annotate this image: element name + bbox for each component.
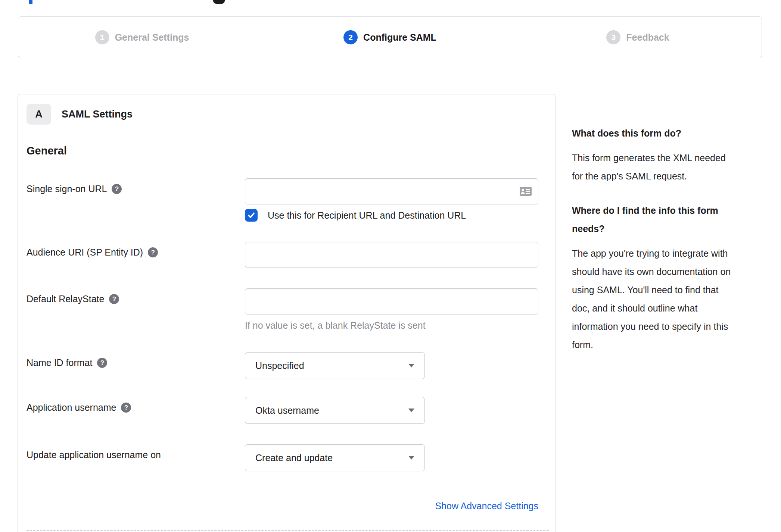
show-advanced-settings-link[interactable]: Show Advanced Settings <box>435 501 538 511</box>
section-divider <box>27 530 549 531</box>
form-row-name-id-format: Name ID format ? Unspecified <box>27 352 548 379</box>
audience-uri-input[interactable] <box>245 242 538 268</box>
help-icon[interactable]: ? <box>112 184 122 194</box>
form-row-audience-uri: Audience URI (SP Entity ID) ? <box>27 242 548 268</box>
field-label: Audience URI (SP Entity ID) <box>27 247 143 258</box>
sidebar-body-text: The app you're trying to integrate with … <box>572 244 760 354</box>
recipient-url-checkbox[interactable] <box>245 209 258 222</box>
checkmark-icon <box>247 211 256 220</box>
form-row-update-application-username: Update application username on Create an… <box>27 444 548 471</box>
sidebar-section: What does this form do? This form genera… <box>572 124 760 185</box>
step-label: General Settings <box>115 32 189 43</box>
update-app-username-select[interactable]: Create and update <box>245 444 425 471</box>
help-icon[interactable]: ? <box>148 247 158 257</box>
cut-off-logo-fragment-icon <box>213 0 225 4</box>
field-label: Application username <box>27 402 116 413</box>
step-label: Configure SAML <box>363 32 436 43</box>
sidebar-heading: What does this form do? <box>572 124 760 143</box>
dropdown-arrow-icon <box>408 364 414 367</box>
step-feedback[interactable]: 3 Feedback <box>514 17 762 58</box>
name-id-format-select[interactable]: Unspecified <box>245 352 425 379</box>
field-label: Default RelayState <box>27 294 104 304</box>
sidebar-section: Where do I find the info this form needs… <box>572 201 760 354</box>
relaystate-helper-text: If no value is set, a blank RelayState i… <box>245 320 538 331</box>
field-label: Update application username on <box>27 450 161 460</box>
panel-title: SAML Settings <box>62 109 133 120</box>
field-label: Single sign-on URL <box>27 184 107 194</box>
sidebar-heading: Where do I find the info this form needs… <box>572 201 760 238</box>
help-sidebar: What does this form do? This form genera… <box>572 124 760 370</box>
sidebar-body-text: This form generates the XML needed for t… <box>572 149 760 185</box>
dropdown-arrow-icon <box>408 456 414 460</box>
field-label: Name ID format <box>27 357 92 368</box>
selected-value: Okta username <box>255 405 319 416</box>
contact-card-icon <box>519 187 532 196</box>
form-row-default-relaystate: Default RelayState ? If no value is set,… <box>27 288 548 331</box>
section-a-badge: A <box>27 104 51 125</box>
step-label: Feedback <box>626 32 669 43</box>
panel-header: A SAML Settings <box>27 104 548 125</box>
step-number-badge: 1 <box>95 30 109 44</box>
selected-value: Unspecified <box>255 360 304 371</box>
wizard-stepper: 1 General Settings 2 Configure SAML 3 Fe… <box>18 16 762 58</box>
help-icon[interactable]: ? <box>97 358 107 368</box>
help-icon[interactable]: ? <box>109 294 119 304</box>
form-row-single-sign-on-url: Single sign-on URL ? <box>27 178 548 222</box>
cut-off-tab-indicator <box>29 0 32 4</box>
dropdown-arrow-icon <box>408 409 414 412</box>
recipient-url-checkbox-row: Use this for Recipient URL and Destinati… <box>245 209 538 222</box>
advanced-settings-row: Show Advanced Settings <box>27 501 538 513</box>
step-number-badge: 2 <box>343 30 358 44</box>
selected-value: Create and update <box>255 453 333 463</box>
form-row-application-username: Application username ? Okta username <box>27 397 548 424</box>
single-sign-on-url-input[interactable] <box>245 178 538 204</box>
step-general-settings[interactable]: 1 General Settings <box>18 17 266 58</box>
help-icon[interactable]: ? <box>121 403 131 413</box>
checkbox-label: Use this for Recipient URL and Destinati… <box>268 210 466 221</box>
default-relaystate-input[interactable] <box>245 288 538 314</box>
saml-settings-panel: A SAML Settings General Single sign-on U… <box>18 94 556 532</box>
step-number-badge: 3 <box>606 30 620 44</box>
step-configure-saml[interactable]: 2 Configure SAML <box>266 17 514 58</box>
application-username-select[interactable]: Okta username <box>245 397 425 424</box>
general-section-heading: General <box>27 144 548 157</box>
